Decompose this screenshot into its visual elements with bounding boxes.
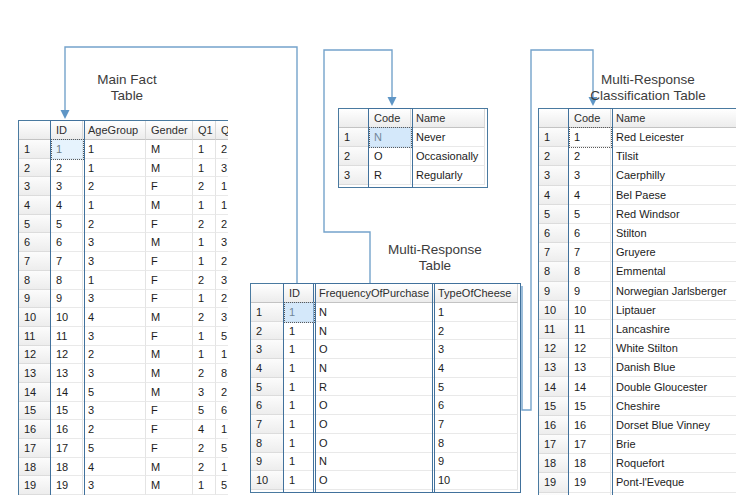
frequency-code-table: CodeName1NNever2OOccasionally3RRegularly <box>338 108 488 188</box>
data-cell: 1 <box>569 128 611 147</box>
data-cell: 1 <box>284 378 314 397</box>
data-cell: 4 <box>83 458 146 477</box>
header-row: IDFrequencyOfPurchaseTypeOfCheese <box>251 284 518 303</box>
data-cell: 5 <box>433 378 518 397</box>
row-number-cell: 1 <box>251 303 284 322</box>
data-cell: 3 <box>83 402 146 421</box>
data-cell: 1 <box>193 233 216 252</box>
data-cell: 5 <box>193 402 216 421</box>
data-cell: 2 <box>193 364 216 383</box>
column-header: FrequencyOfPurchase <box>314 284 433 303</box>
column-header: Name <box>611 109 736 128</box>
table-row: 332F21 <box>19 177 228 196</box>
column-header: TypeOfCheese <box>433 284 518 303</box>
row-number-cell: 9 <box>539 282 569 301</box>
table-row: 44Bel Paese <box>539 186 736 205</box>
row-number-cell: 14 <box>539 377 569 396</box>
data-cell: 9 <box>433 453 518 472</box>
data-cell: 2 <box>193 439 216 458</box>
column-header: ID <box>284 284 314 303</box>
column-header: Code <box>569 109 611 128</box>
data-cell: 12 <box>51 346 83 365</box>
data-cell: 2 <box>83 177 146 196</box>
data-cell: 2 <box>216 252 228 271</box>
data-cell: M <box>146 233 193 252</box>
table-row: 14145M32 <box>19 383 228 402</box>
table-row: 71O7 <box>251 415 518 434</box>
row-number-cell: 1 <box>19 140 51 159</box>
table-row: 1212White Stilton <box>539 339 736 358</box>
table-row: 15153F56 <box>19 402 228 421</box>
data-cell: Bel Paese <box>611 186 736 205</box>
data-cell: Norwegian Jarlsberger <box>611 282 736 301</box>
data-cell: Caerphilly <box>611 166 736 185</box>
data-cell: M <box>146 383 193 402</box>
data-cell: 1 <box>284 453 314 472</box>
row-number-cell: 17 <box>539 435 569 454</box>
row-number-cell: 12 <box>539 339 569 358</box>
title-line: Multi-Response <box>558 72 736 88</box>
table-row: 1717Brie <box>539 435 736 454</box>
table-row: 552F22 <box>19 215 228 234</box>
data-cell: 1 <box>83 271 146 290</box>
row-number-cell: 15 <box>539 397 569 416</box>
data-cell: 11 <box>569 320 611 339</box>
data-cell: 3 <box>569 166 611 185</box>
data-cell: 1 <box>193 252 216 271</box>
data-cell: 3 <box>83 290 146 309</box>
table-row: 55Red Windsor <box>539 205 736 224</box>
data-cell: 6 <box>433 396 518 415</box>
data-cell: N <box>314 303 433 322</box>
row-number-cell: 6 <box>19 233 51 252</box>
data-cell: N <box>314 453 433 472</box>
data-cell: M <box>146 196 193 215</box>
data-cell: Danish Blue <box>611 358 736 377</box>
row-number-cell: 8 <box>19 271 51 290</box>
table-row: 221M13 <box>19 159 228 178</box>
row-number-cell: 7 <box>539 243 569 262</box>
data-cell: 1 <box>216 196 228 215</box>
row-number-cell: 8 <box>251 434 284 453</box>
data-cell: 3 <box>216 159 228 178</box>
data-cell: 2 <box>433 322 518 341</box>
row-number-cell: 5 <box>539 205 569 224</box>
data-cell: 5 <box>83 383 146 402</box>
table-row: 1NNever <box>339 128 485 147</box>
data-cell: 3 <box>83 233 146 252</box>
row-number-cell: 4 <box>539 186 569 205</box>
data-cell: 1 <box>83 140 146 159</box>
data-cell: 16 <box>51 420 83 439</box>
row-number-cell: 16 <box>539 416 569 435</box>
row-number-cell: 10 <box>19 308 51 327</box>
data-cell: 12 <box>569 339 611 358</box>
row-number-cell: 5 <box>251 378 284 397</box>
data-cell: 2 <box>569 147 611 166</box>
table-row: 88Emmental <box>539 262 736 281</box>
data-cell: F <box>146 177 193 196</box>
data-cell: 1 <box>284 396 314 415</box>
table-row: 41N4 <box>251 359 518 378</box>
table-row: 10104M23 <box>19 308 228 327</box>
table-row: 16162F41 <box>19 420 228 439</box>
data-cell: 1 <box>193 140 216 159</box>
title-line: Multi-Response <box>360 242 510 258</box>
data-cell: Cheshire <box>611 397 736 416</box>
data-cell: 2 <box>216 383 228 402</box>
data-cell: 6 <box>216 402 228 421</box>
data-cell: 1 <box>284 303 314 322</box>
table-row: 81O8 <box>251 434 518 453</box>
data-cell: 19 <box>569 473 611 492</box>
table-row: 66Stilton <box>539 224 736 243</box>
row-number-cell: 4 <box>19 196 51 215</box>
main-fact-table: IDAgeGroupGenderQ1Q2111M12221M13332F2144… <box>18 120 228 495</box>
arrow-down-icon <box>61 110 70 119</box>
data-cell: 3 <box>51 177 83 196</box>
table-row: 13133M28 <box>19 364 228 383</box>
table-row: 21N2 <box>251 322 518 341</box>
data-cell: Never <box>411 128 485 147</box>
data-cell: 17 <box>569 435 611 454</box>
data-cell: 8 <box>216 364 228 383</box>
title-line: Classification Table <box>558 88 736 104</box>
data-cell: 5 <box>83 439 146 458</box>
data-cell: R <box>369 166 411 185</box>
